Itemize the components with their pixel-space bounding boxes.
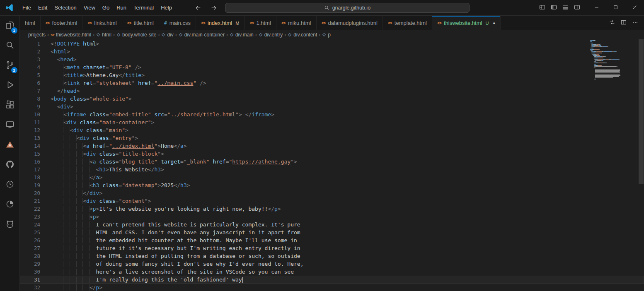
code-line-23[interactable]: 23 <p> xyxy=(20,213,644,221)
breadcrumb-item-div[interactable]: div xyxy=(161,32,173,38)
code-line-13[interactable]: 13 <div class="entry"> xyxy=(20,134,644,142)
activity-timeline-history[interactable] xyxy=(0,175,20,195)
activity-extensions[interactable] xyxy=(0,95,20,115)
activity-run-and-debug[interactable] xyxy=(0,75,20,95)
code-line-1[interactable]: 1<!DOCTYPE html> xyxy=(20,40,644,48)
breadcrumb-item-div.main-container[interactable]: div.main-container xyxy=(179,32,225,38)
toggle-secondary-sidebar-button[interactable] xyxy=(571,2,583,13)
line-number: 3 xyxy=(20,55,40,63)
activity-extension-triangle[interactable] xyxy=(0,135,20,155)
code-line-28[interactable]: 28 the HTML instead of pulling from a da… xyxy=(20,252,644,260)
more-actions-button[interactable] xyxy=(630,18,641,29)
tab-links.html[interactable]: <>links.html xyxy=(82,16,122,30)
menu-file[interactable]: File xyxy=(19,3,34,12)
activity-extension-cat[interactable] xyxy=(0,214,20,234)
breadcrumb-item-div.content[interactable]: div.content xyxy=(288,32,317,38)
code-line-14[interactable]: 14 <a href="../index.html">Home</a> xyxy=(20,142,644,150)
editor[interactable]: 1<!DOCTYPE html>2<html>3 <head>4 <meta c… xyxy=(20,39,644,291)
code-line-9[interactable]: 9 <div> xyxy=(20,103,644,111)
activity-extension-pie[interactable] xyxy=(0,195,20,214)
breadcrumb-label: div.main-container xyxy=(184,32,225,38)
breadcrumb-item-div.main[interactable]: div.main xyxy=(230,32,254,38)
minimize-button[interactable] xyxy=(587,0,606,16)
split-icon xyxy=(620,19,627,27)
breadcrumb-item-div.entry[interactable]: div.entry xyxy=(259,32,283,38)
code-line-27[interactable]: 27 future if it's necessary but I'm writ… xyxy=(20,244,644,252)
tab-1.html[interactable]: <>1.html xyxy=(245,16,276,30)
breadcrumb-item-p[interactable]: p xyxy=(322,32,331,38)
menu-help[interactable]: Help xyxy=(157,3,175,12)
code-line-8[interactable]: 8<body class="whole-site"> xyxy=(20,95,644,103)
tab-main.css[interactable]: #main.css xyxy=(159,16,196,30)
code-line-4[interactable]: 4 <meta charset="UTF-8" /> xyxy=(20,63,644,71)
split-editor-button[interactable] xyxy=(618,18,629,29)
code-line-18[interactable]: 18 </a> xyxy=(20,173,644,181)
line-number: 15 xyxy=(20,150,40,158)
code-line-24[interactable]: 24 I can't pretend this website is parti… xyxy=(20,221,644,228)
menu-edit[interactable]: Edit xyxy=(35,3,51,12)
tab-index.html[interactable]: <>index.htmlM xyxy=(196,16,245,30)
code-line-11[interactable]: 11 <div class="main-container"> xyxy=(20,118,644,126)
activity-source-control[interactable]: 2 xyxy=(0,55,20,75)
code-line-19[interactable]: 19 <h3 class="datestamp">2025</h3> xyxy=(20,181,644,189)
code-line-10[interactable]: 10 <iframe class="embed-title" src="../s… xyxy=(20,111,644,118)
dirty-indicator-icon[interactable]: ● xyxy=(493,21,495,25)
toggle-primary-sidebar-button[interactable] xyxy=(548,2,559,13)
breadcrumb-item-projects[interactable]: projects xyxy=(28,32,46,38)
customize-layout-button[interactable] xyxy=(536,2,548,13)
command-center-search[interactable]: gnargle.github.io xyxy=(225,3,470,13)
activity-remote-explorer[interactable] xyxy=(0,115,20,135)
code-line-22[interactable]: 22 <p>It's the website you're looking at… xyxy=(20,205,644,213)
code-line-7[interactable]: 7 </head> xyxy=(20,87,644,95)
code-line-31[interactable]: 31 I'm really doing this the 'old-fashio… xyxy=(20,276,644,284)
code-line-30[interactable]: 30 here's a live screenshot of the site … xyxy=(20,268,644,276)
line-number: 22 xyxy=(20,205,40,213)
code-text: <iframe class="embed-title" src="../shar… xyxy=(51,111,274,118)
tab-footer.html[interactable]: <>footer.html xyxy=(41,16,83,30)
tab-template.html[interactable]: <>template.html xyxy=(383,16,432,30)
activity-github[interactable] xyxy=(0,155,20,175)
tab-dalamudplugins.html[interactable]: <>dalamudplugins.html xyxy=(317,16,383,30)
activity-search[interactable] xyxy=(0,36,20,55)
breadcrumb-item-thiswebsite.html[interactable]: <>thiswebsite.html xyxy=(51,32,91,38)
code-text: <!DOCTYPE html> xyxy=(51,40,99,48)
tab-title.html[interactable]: <>title.html xyxy=(122,16,159,30)
navigate-forward-icon[interactable] xyxy=(209,3,218,12)
open-changes-button[interactable] xyxy=(607,18,617,29)
tab-miku.html[interactable]: <>miku.html xyxy=(276,16,317,30)
code-line-12[interactable]: 12 <div class="main"> xyxy=(20,126,644,134)
tab-label: main.css xyxy=(169,20,191,26)
code-line-16[interactable]: 16 <a class="blog-title" target="_blank"… xyxy=(20,158,644,166)
code-line-3[interactable]: 3 <head> xyxy=(20,55,644,63)
activity-explorer[interactable]: 1 xyxy=(0,16,20,36)
line-number: 24 xyxy=(20,221,40,228)
tab-thiswebsite.html[interactable]: <>thiswebsite.htmlU● xyxy=(432,16,501,30)
code-line-25[interactable]: 25 HTML and CSS. I don't even have any j… xyxy=(20,228,644,236)
menu-go[interactable]: Go xyxy=(99,3,113,12)
close-button[interactable] xyxy=(625,0,644,16)
breadcrumb-item-html[interactable]: html xyxy=(96,32,111,38)
toggle-panel-button[interactable] xyxy=(559,2,571,13)
code-line-29[interactable]: 29 of doing some fancy shit I don't see … xyxy=(20,260,644,268)
tab-html[interactable]: html xyxy=(20,16,41,30)
code-line-2[interactable]: 2<html> xyxy=(20,48,644,55)
code-line-21[interactable]: 21 <div class="content"> xyxy=(20,197,644,205)
code-line-17[interactable]: 17 <h3>This Website</h3> xyxy=(20,166,644,173)
code-line-26[interactable]: 26 the embedded hit counter at the botto… xyxy=(20,236,644,244)
scrollbar[interactable] xyxy=(638,39,644,291)
breadcrumb-separator-icon: › xyxy=(175,32,177,38)
minimap[interactable] xyxy=(590,40,638,291)
navigate-back-icon[interactable] xyxy=(194,3,203,12)
menu-selection[interactable]: Selection xyxy=(51,3,80,12)
code-line-15[interactable]: 15 <div class="title-block"> xyxy=(20,150,644,158)
menu-run[interactable]: Run xyxy=(113,3,130,12)
code-line-32[interactable]: 32 </p> xyxy=(20,284,644,291)
code-line-5[interactable]: 5 <title>Athene.Gay</title> xyxy=(20,71,644,79)
code-line-20[interactable]: 20 </div> xyxy=(20,189,644,197)
maximize-button[interactable] xyxy=(606,0,625,16)
menu-view[interactable]: View xyxy=(80,3,99,12)
menu-terminal[interactable]: Terminal xyxy=(130,3,157,12)
breadcrumb-item-body.whole-site[interactable]: body.whole-site xyxy=(116,32,157,38)
scrollbar-thumb[interactable] xyxy=(639,39,644,184)
code-line-6[interactable]: 6 <link rel="stylesheet" href="../main.c… xyxy=(20,79,644,87)
